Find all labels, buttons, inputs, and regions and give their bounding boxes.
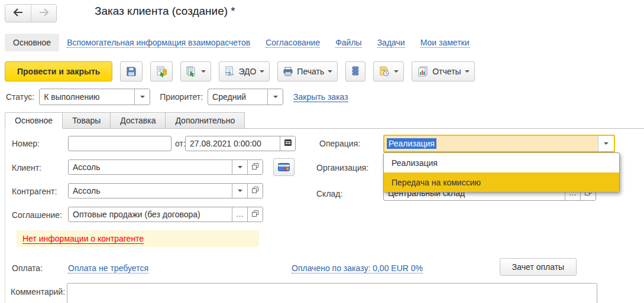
create-based-on-caret-icon [201,70,206,73]
reminder-button[interactable] [373,61,404,82]
close-order-link[interactable]: Закрыть заказ [293,92,348,102]
form-tab-delivery[interactable]: Доставка [110,112,166,129]
print-button-label: Печать [297,67,324,76]
chevron-down-icon [604,142,609,145]
history-nav [5,4,57,22]
nav-tab-main[interactable]: Основное [5,34,59,51]
number-label: Номер: [12,139,40,148]
nav-tab-files[interactable]: Файлы [335,38,361,48]
customer-order-window: Заказ клиента (создание) * Основное Вспо… [0,0,644,303]
status-label: Статус: [6,92,34,102]
edo-caret-icon [260,70,264,73]
create-based-on-icon [186,66,198,77]
form-tab-goods[interactable]: Товары [62,112,111,129]
counterparty-warning: Нет информации о контрагенте [17,230,259,247]
comment-textarea[interactable] [67,283,597,303]
status-dropdown-button[interactable] [134,89,150,105]
page-title: Заказ клиента (создание) * [95,5,235,18]
register-records-button[interactable] [345,61,365,82]
chevron-down-icon [140,96,145,98]
payment-label: Оплата: [12,263,43,273]
operation-option-commission-transfer[interactable]: Передача на комиссию [384,172,619,192]
payment-not-required-link[interactable]: Оплата не требуется [68,263,148,273]
paid-by-order-link[interactable]: Оплачено по заказу: 0,00 EUR 0% [292,263,423,273]
priority-dropdown-button[interactable] [267,89,283,105]
calendar-icon [284,138,292,149]
agreement-input[interactable]: Оптовые продажи (без договора) … [68,207,263,222]
payment-card-button[interactable] [273,158,295,176]
payment-card-icon [278,163,290,171]
number-input[interactable] [68,136,171,151]
post-document-button[interactable] [150,61,173,82]
operation-option-realization[interactable]: Реализация [384,153,619,172]
priority-select[interactable]: Средний [208,89,283,105]
print-caret-icon [328,70,332,73]
operation-label: Операция: [319,139,360,148]
form-tab-additional[interactable]: Дополнительно [165,112,245,129]
chevron-down-icon [273,96,278,98]
counterparty-input[interactable]: Ассоль [68,183,263,198]
client-dropdown-button[interactable] [232,160,247,174]
counterparty-open-button[interactable] [247,184,263,198]
nav-tab-settlement-info[interactable]: Вспомогательная информация взаиморасчето… [67,38,250,48]
open-icon [251,209,259,220]
create-based-on-button[interactable] [180,61,211,82]
operation-value: Реализация [387,138,436,149]
priority-value: Средний [208,89,267,105]
print-button[interactable]: Печать [277,61,338,82]
agreement-select-button[interactable]: … [232,207,247,221]
date-label: от: [175,139,186,148]
edo-button[interactable]: ЭДО [219,61,270,82]
back-arrow-icon [13,8,24,18]
client-input[interactable]: Ассоль [68,159,263,175]
reports-button-label: Отчеты [432,67,461,76]
nav-tab-approval[interactable]: Согласование [266,38,320,48]
client-label: Клиент: [12,163,41,172]
organization-label: Организация: [316,163,368,172]
form-tab-main[interactable]: Основное [5,112,63,129]
operation-select[interactable]: Реализация [383,135,615,152]
chevron-down-icon [238,166,242,168]
warehouse-label: Склад: [316,189,342,198]
no-counterparty-info-link[interactable]: Нет информации о контрагенте [22,234,144,244]
operation-dropdown-list: Реализация Передача на комиссию [383,152,620,193]
date-input[interactable]: 27.08.2021 0:00:00 [185,136,296,151]
agreement-label: Соглашение: [12,210,62,220]
form-tabs: Основное Товары Доставка Дополнительно [5,112,245,129]
save-icon [125,66,137,77]
reminder-caret-icon [394,70,399,73]
agreement-value: Оптовые продажи (без договора) [69,207,232,221]
edo-button-label: ЭДО [238,67,256,76]
calendar-button[interactable] [280,136,295,151]
document-clock-icon [378,66,390,77]
status-select[interactable]: К выполнению [39,89,150,105]
chevron-down-icon [238,190,242,192]
back-button[interactable] [5,5,31,22]
counterparty-dropdown-button[interactable] [232,184,247,198]
nav-tab-tasks[interactable]: Задачи [377,38,405,48]
nav-tab-my-notes[interactable]: Мои заметки [420,38,470,48]
date-value: 27.08.2021 0:00:00 [186,136,280,151]
print-icon [283,66,293,77]
agreement-open-button[interactable] [247,207,263,221]
navigation-tabs: Основное Вспомогательная информация взаи… [5,33,485,52]
client-value: Ассоль [69,160,232,174]
save-button[interactable] [120,61,143,82]
status-row: Статус: К выполнению Приоритет: Средний … [6,89,348,105]
open-icon [251,185,259,196]
database-icon [351,66,360,77]
reports-button[interactable]: Отчеты [412,61,474,82]
operation-dropdown-button[interactable] [598,136,614,151]
reports-caret-icon [465,70,470,73]
post-document-icon [156,66,167,77]
status-value: К выполнению [40,89,134,105]
open-icon [251,162,259,172]
client-open-button[interactable] [247,160,263,174]
post-and-close-button[interactable]: Провести и закрыть [5,61,112,82]
edo-icon [224,66,235,77]
counterparty-value: Ассоль [69,184,232,198]
forward-button[interactable] [31,5,56,22]
reports-icon [417,66,429,77]
forward-arrow-icon [38,8,49,18]
counterparty-label: Контрагент: [12,187,57,196]
